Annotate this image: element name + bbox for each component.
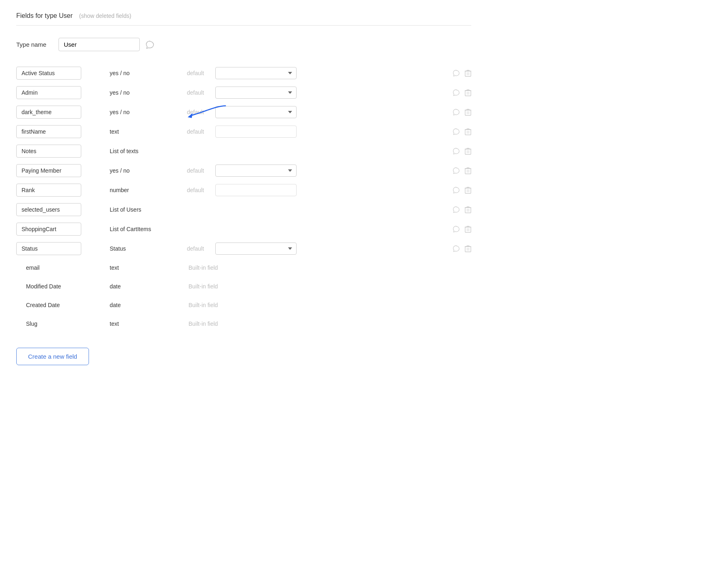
field-name-cell-dark-theme: dark_theme <box>16 106 98 119</box>
default-label-admin: default <box>187 89 215 96</box>
field-row-dark-theme: dark_themeyes / no default <box>16 102 471 122</box>
comment-button-selected-users[interactable] <box>453 206 460 213</box>
comment-button-admin[interactable] <box>453 89 460 96</box>
field-actions-notes <box>444 147 471 155</box>
default-label-active-status: default <box>187 70 215 76</box>
type-name-input[interactable] <box>58 38 140 51</box>
field-actions-selected-users <box>444 206 471 213</box>
field-name-cell-notes: Notes <box>16 145 98 158</box>
field-actions-rank <box>444 186 471 194</box>
field-row-created-date: Created DatedateBuilt-in field <box>16 296 471 314</box>
field-name-box-dark-theme: dark_theme <box>16 106 81 119</box>
delete-button-admin[interactable] <box>465 89 471 96</box>
comment-button-active-status[interactable] <box>453 69 460 77</box>
delete-button-dark-theme[interactable] <box>465 108 471 116</box>
default-select-admin[interactable] <box>215 87 297 99</box>
default-select-status[interactable] <box>215 243 297 255</box>
field-name-box-admin: Admin <box>16 86 81 99</box>
field-row-email: emailtextBuilt-in field <box>16 258 471 277</box>
field-actions-first-name <box>444 128 471 135</box>
field-actions-status <box>444 245 471 252</box>
field-actions-dark-theme <box>444 108 471 116</box>
svg-rect-25 <box>465 188 471 193</box>
svg-rect-9 <box>465 110 471 115</box>
show-deleted-link[interactable]: (show deleted fields) <box>79 13 131 19</box>
comment-button-status[interactable] <box>453 245 460 252</box>
comment-button-rank[interactable] <box>453 186 460 194</box>
builtin-label-slug: Built-in field <box>187 320 218 327</box>
field-row-modified-date: Modified DatedateBuilt-in field <box>16 277 471 296</box>
svg-rect-29 <box>465 208 471 213</box>
field-type-cell-notes: List of texts <box>98 148 187 154</box>
svg-rect-4 <box>465 91 471 96</box>
field-name-cell-paying-member: Paying Member <box>16 164 98 177</box>
field-row-selected-users: selected_usersList of Users <box>16 200 471 219</box>
field-name-plain-created-date: Created Date <box>21 299 98 311</box>
field-name-box-rank: Rank <box>16 184 81 197</box>
field-type-cell-first-name: text <box>98 128 187 135</box>
field-row-status: StatusStatusdefault <box>16 239 471 258</box>
comment-icon <box>145 40 154 49</box>
svg-rect-17 <box>465 149 471 154</box>
delete-button-status[interactable] <box>465 245 471 252</box>
page-title: Fields for type User <box>16 12 73 19</box>
field-row-shopping-cart: ShoppingCartList of CartItems <box>16 219 471 239</box>
field-row-notes: NotesList of texts <box>16 141 471 161</box>
field-type-cell-active-status: yes / no <box>98 70 187 76</box>
field-name-cell-slug: Slug <box>16 318 98 330</box>
field-row-active-status: Active Statusyes / nodefault <box>16 63 471 83</box>
default-select-paying-member[interactable] <box>215 165 297 177</box>
field-name-cell-status: Status <box>16 242 98 255</box>
default-select-active-status[interactable] <box>215 67 297 79</box>
field-name-cell-admin: Admin <box>16 86 98 99</box>
comment-button-shopping-cart[interactable] <box>453 225 460 233</box>
field-name-cell-active-status: Active Status <box>16 67 98 80</box>
delete-button-notes[interactable] <box>465 147 471 155</box>
field-type-cell-slug: text <box>98 320 187 327</box>
comment-button-notes[interactable] <box>453 147 460 155</box>
field-type-cell-modified-date: date <box>98 283 187 290</box>
comment-button-paying-member[interactable] <box>453 167 460 174</box>
svg-rect-33 <box>465 227 471 232</box>
field-row-slug: SlugtextBuilt-in field <box>16 314 471 333</box>
comment-button-dark-theme[interactable] <box>453 108 460 116</box>
field-name-box-selected-users: selected_users <box>16 203 81 216</box>
field-name-cell-rank: Rank <box>16 184 98 197</box>
type-name-row: Type name <box>16 38 471 51</box>
field-name-cell-selected-users: selected_users <box>16 203 98 216</box>
default-label-status: default <box>187 245 215 252</box>
delete-button-rank[interactable] <box>465 186 471 194</box>
svg-rect-37 <box>465 247 471 252</box>
default-select-dark-theme[interactable] <box>215 106 297 118</box>
field-name-plain-email: email <box>21 262 98 274</box>
delete-button-paying-member[interactable] <box>465 167 471 174</box>
field-name-box-shopping-cart: ShoppingCart <box>16 223 81 236</box>
delete-button-first-name[interactable] <box>465 128 471 135</box>
field-type-cell-rank: number <box>98 187 187 193</box>
field-type-cell-paying-member: yes / no <box>98 167 187 174</box>
delete-button-active-status[interactable] <box>465 69 471 77</box>
type-name-comment-button[interactable] <box>145 40 154 49</box>
field-actions-admin <box>444 89 471 96</box>
field-type-cell-admin: yes / no <box>98 89 187 96</box>
delete-button-shopping-cart[interactable] <box>465 225 471 233</box>
delete-button-selected-users[interactable] <box>465 206 471 213</box>
svg-rect-21 <box>465 169 471 174</box>
default-input-first-name[interactable] <box>215 126 297 138</box>
builtin-label-email: Built-in field <box>187 264 218 271</box>
svg-rect-13 <box>465 130 471 135</box>
field-actions-active-status <box>444 69 471 77</box>
svg-rect-0 <box>465 71 471 76</box>
default-label-first-name: default <box>187 128 215 135</box>
comment-button-first-name[interactable] <box>453 128 460 135</box>
create-field-button[interactable]: Create a new field <box>16 348 89 365</box>
field-row-admin: Adminyes / nodefault <box>16 83 471 102</box>
fields-list: Active Statusyes / nodefault Adminyes / … <box>16 63 471 333</box>
field-name-box-notes: Notes <box>16 145 81 158</box>
default-input-rank[interactable] <box>215 184 297 196</box>
field-type-cell-selected-users: List of Users <box>98 206 187 213</box>
default-label-dark-theme: default <box>187 109 215 115</box>
field-name-cell-created-date: Created Date <box>16 299 98 311</box>
field-name-plain-slug: Slug <box>21 318 98 330</box>
field-type-cell-dark-theme: yes / no <box>98 109 187 115</box>
